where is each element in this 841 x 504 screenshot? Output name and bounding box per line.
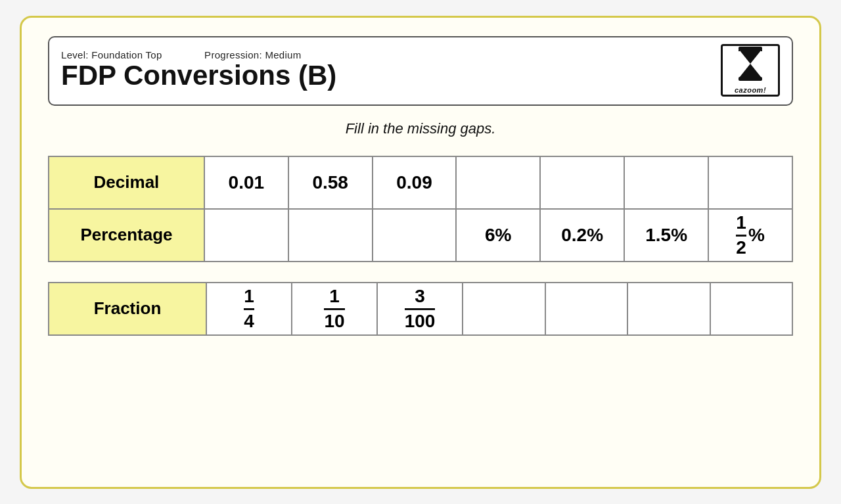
percentage-cell-5: 0.2%	[540, 209, 624, 262]
table1: Decimal 0.01 0.58 0.09 Percentage 6%	[48, 156, 793, 262]
table2-wrapper: Fraction 1 4 1 10	[48, 282, 793, 336]
percentage-cell-6: 1.5%	[624, 209, 708, 262]
fraction-row: Fraction 1 4 1 10	[49, 283, 792, 335]
level-label: Level: Foundation Top	[61, 49, 162, 60]
fraction-header: Fraction	[49, 283, 206, 335]
decimal-cell-7	[708, 156, 792, 209]
fraction-cell-2: 1 10	[292, 283, 377, 335]
table1-wrapper: Decimal 0.01 0.58 0.09 Percentage 6%	[48, 156, 793, 262]
fraction-cell-7	[710, 283, 793, 335]
progression-label: Progression: Medium	[204, 49, 301, 60]
percentage-cell-3	[373, 209, 457, 262]
fraction-cell-5	[545, 283, 628, 335]
page-container: Level: Foundation Top Progression: Mediu…	[20, 16, 821, 489]
decimal-header: Decimal	[49, 156, 204, 209]
decimal-cell-6	[624, 156, 708, 209]
percentage-row: Percentage 6% 0.2% 1.5% 1 2 %	[49, 209, 792, 262]
percentage-cell-1	[204, 209, 288, 262]
fraction-cell-4	[463, 283, 545, 335]
frac1-den: 4	[244, 310, 254, 332]
decimal-cell-2: 0.58	[288, 156, 373, 209]
frac3-den: 100	[405, 310, 436, 332]
frac1-num: 1	[244, 286, 254, 310]
fraction-cell-1: 1 4	[206, 283, 292, 335]
table2: Fraction 1 4 1 10	[48, 282, 793, 336]
instructions-text: Fill in the missing gaps.	[48, 120, 793, 137]
fraction-cell-6	[627, 283, 710, 335]
half-fraction: 1 2	[736, 213, 746, 258]
decimal-cell-5	[540, 156, 624, 209]
fraction-percent: 1 2 %	[736, 213, 764, 258]
percent-symbol: %	[748, 225, 765, 246]
decimal-cell-1: 0.01	[204, 156, 288, 209]
percentage-cell-2	[288, 209, 373, 262]
fraction-denominator: 2	[736, 237, 746, 258]
header-level: Level: Foundation Top Progression: Mediu…	[61, 49, 341, 60]
fraction-numerator: 1	[736, 213, 746, 237]
fraction-3-100: 3 100	[405, 286, 436, 332]
decimal-row: Decimal 0.01 0.58 0.09	[49, 156, 792, 209]
frac3-num: 3	[405, 286, 436, 310]
fraction-1-4: 1 4	[244, 286, 254, 332]
logo-box: cazoom!	[721, 44, 780, 97]
percentage-cell-7: 1 2 %	[708, 209, 792, 262]
fraction-1-10: 1 10	[324, 286, 344, 332]
logo-text: cazoom!	[735, 86, 766, 94]
percentage-cell-4: 6%	[456, 209, 540, 262]
decimal-cell-3: 0.09	[373, 156, 457, 209]
frac2-num: 1	[324, 286, 344, 310]
header-text-block: Level: Foundation Top Progression: Mediu…	[61, 49, 341, 91]
fraction-cell-3: 3 100	[377, 283, 463, 335]
svg-rect-1	[739, 77, 762, 81]
percentage-header: Percentage	[49, 209, 204, 262]
svg-rect-0	[739, 47, 762, 51]
frac2-den: 10	[324, 310, 344, 332]
decimal-cell-4	[456, 156, 540, 209]
header-box: Level: Foundation Top Progression: Mediu…	[48, 36, 793, 106]
hourglass-icon	[737, 47, 763, 85]
page-title: FDP Conversions (B)	[61, 60, 341, 91]
